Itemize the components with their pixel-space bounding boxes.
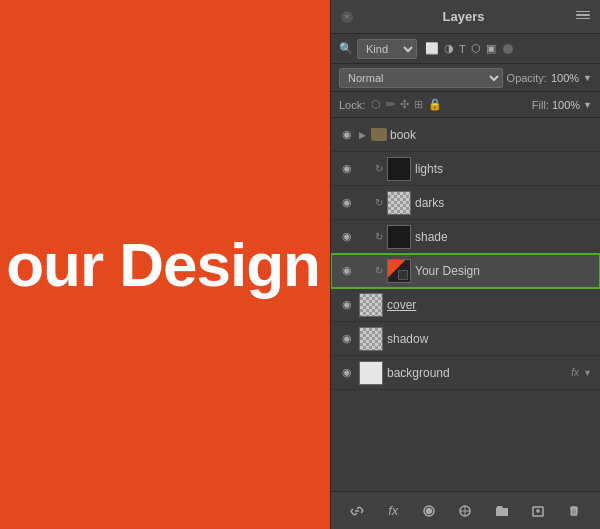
lock-icons: ⬡ ✏ ✣ ⊞ 🔒 [371, 98, 442, 111]
panel-menu-button[interactable] [574, 11, 590, 23]
link-icon: ↻ [375, 231, 383, 242]
layer-name: lights [415, 162, 592, 176]
filter-row: 🔍 Kind ⬜ ◑ T ⬡ ▣ [331, 34, 600, 64]
folder-icon [371, 128, 387, 141]
opacity-label: Opacity: [507, 72, 547, 84]
layer-item-your-design[interactable]: ↻ Your Design [331, 254, 600, 288]
layer-name: shade [415, 230, 592, 244]
svg-point-1 [427, 508, 432, 513]
lock-all-icon[interactable]: 🔒 [428, 98, 442, 111]
layer-item[interactable]: ↻ darks [331, 186, 600, 220]
fill-chevron-icon: ▼ [583, 100, 592, 110]
layer-name: shadow [387, 332, 592, 346]
visibility-toggle[interactable] [339, 297, 355, 313]
delete-layer-button[interactable] [562, 499, 586, 523]
layer-thumbnail [387, 157, 411, 181]
new-fill-adjustment-button[interactable] [453, 499, 477, 523]
folder-arrow-icon: ▶ [359, 130, 366, 140]
link-layers-button[interactable] [345, 499, 369, 523]
layer-thumbnail [359, 293, 383, 317]
layer-name: darks [415, 196, 592, 210]
search-icon: 🔍 [339, 42, 353, 55]
layer-thumbnail [387, 191, 411, 215]
link-icon: ↻ [375, 265, 383, 276]
layer-thumbnail [387, 259, 411, 283]
panel-header: × Layers [331, 0, 600, 34]
layer-item[interactable]: cover [331, 288, 600, 322]
visibility-toggle[interactable] [339, 365, 355, 381]
close-button[interactable]: × [341, 11, 353, 23]
layers-list: ▶ book ↻ lights ↻ darks [331, 118, 600, 491]
panel-footer: fx [331, 491, 600, 529]
lock-paint-icon[interactable]: ✏ [386, 98, 395, 111]
fx-label: fx [388, 503, 398, 518]
filter-toggle[interactable] [503, 44, 513, 54]
new-group-button[interactable] [490, 499, 514, 523]
layers-panel: × Layers 🔍 Kind ⬜ ◑ T ⬡ ▣ Normal Dissolv… [330, 0, 600, 529]
link-icon: ↻ [375, 197, 383, 208]
layer-name: Your Design [415, 264, 592, 278]
add-fx-button[interactable]: fx [381, 499, 405, 523]
visibility-toggle[interactable] [339, 229, 355, 245]
filter-shape-icon[interactable]: ⬡ [471, 42, 481, 55]
canvas-text: our Design [6, 229, 320, 300]
layer-name: background [387, 366, 567, 380]
new-layer-button[interactable] [526, 499, 550, 523]
filter-pixel-icon[interactable]: ⬜ [425, 42, 439, 55]
panel-title: Layers [353, 9, 574, 24]
layer-thumbnail [387, 225, 411, 249]
opacity-chevron-icon: ▼ [583, 73, 592, 83]
blend-mode-select[interactable]: Normal Dissolve Multiply [339, 68, 503, 88]
add-mask-button[interactable] [417, 499, 441, 523]
lock-position-icon[interactable]: ✣ [400, 98, 409, 111]
fx-badge: fx [571, 367, 579, 378]
lock-transparent-icon[interactable]: ⬡ [371, 98, 381, 111]
blend-row: Normal Dissolve Multiply Opacity: 100% ▼ [331, 64, 600, 92]
layer-name: cover [387, 298, 592, 312]
lock-label: Lock: [339, 99, 365, 111]
fill-label: Fill: [532, 99, 549, 111]
filter-icons: ⬜ ◑ T ⬡ ▣ [425, 42, 513, 55]
fx-chevron-icon: ▼ [583, 368, 592, 378]
visibility-toggle[interactable] [339, 331, 355, 347]
lock-row: Lock: ⬡ ✏ ✣ ⊞ 🔒 Fill: 100% ▼ [331, 92, 600, 118]
layer-item[interactable]: ▶ book [331, 118, 600, 152]
layer-thumbnail [359, 361, 383, 385]
layer-item[interactable]: ↻ lights [331, 152, 600, 186]
visibility-toggle[interactable] [339, 195, 355, 211]
layer-name: book [390, 128, 592, 142]
opacity-value[interactable]: 100% [551, 72, 579, 84]
fill-value[interactable]: 100% [552, 99, 580, 111]
layer-item[interactable]: shadow [331, 322, 600, 356]
canvas-area: our Design [0, 0, 330, 529]
filter-smart-icon[interactable]: ▣ [486, 42, 496, 55]
layer-item[interactable]: background fx ▼ [331, 356, 600, 390]
filter-adjust-icon[interactable]: ◑ [444, 42, 454, 55]
layer-thumbnail [359, 327, 383, 351]
layer-item[interactable]: ↻ shade [331, 220, 600, 254]
link-icon: ↻ [375, 163, 383, 174]
visibility-toggle[interactable] [339, 161, 355, 177]
visibility-toggle[interactable] [339, 263, 355, 279]
fill-section: Fill: 100% ▼ [532, 99, 592, 111]
lock-artboard-icon[interactable]: ⊞ [414, 98, 423, 111]
visibility-toggle[interactable] [339, 127, 355, 143]
filter-type-icon[interactable]: T [459, 43, 466, 55]
filter-select[interactable]: Kind [357, 39, 417, 59]
